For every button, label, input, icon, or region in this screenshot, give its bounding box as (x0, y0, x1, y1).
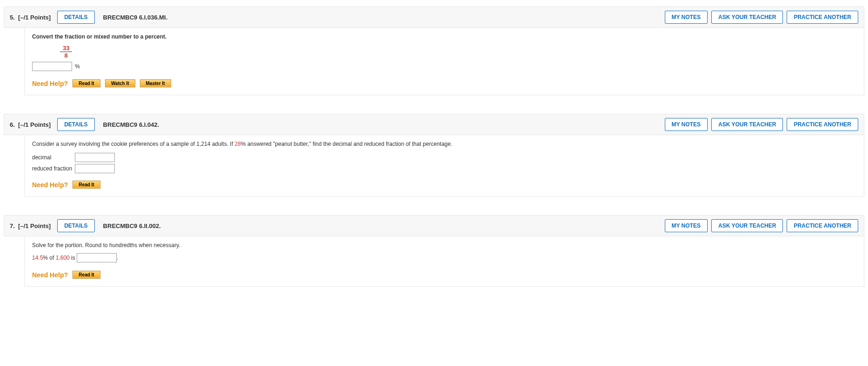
prompt-text: Convert the fraction or mixed number to … (32, 33, 856, 40)
reduced-fraction-label: reduced fraction (32, 163, 75, 174)
watch-it-button[interactable]: Watch It (105, 79, 135, 87)
reduced-fraction-input[interactable] (75, 164, 115, 173)
fraction-display: 33 8 (60, 45, 856, 59)
read-it-button[interactable]: Read It (73, 181, 100, 189)
header-left: 6. [–/1 Points] DETAILS BRECMBC9 6.I.042… (10, 118, 665, 131)
q-number: 5. (10, 14, 15, 21)
course-code: BRECMBC9 6.I.036.MI. (103, 14, 168, 21)
my-notes-button[interactable]: MY NOTES (665, 11, 708, 24)
decimal-label: decimal (32, 152, 75, 163)
fraction-denominator: 8 (60, 52, 72, 59)
need-help-row: Need Help? Read It (32, 271, 856, 279)
practice-another-button[interactable]: PRACTICE ANOTHER (787, 118, 858, 131)
question-body: Solve for the portion. Round to hundredt… (24, 236, 864, 287)
question-7: 7. [–/1 Points] DETAILS BRECMBC9 6.II.00… (4, 215, 864, 287)
question-5: 5. [–/1 Points] DETAILS BRECMBC9 6.I.036… (4, 7, 864, 95)
practice-another-button[interactable]: PRACTICE ANOTHER (787, 219, 858, 232)
read-it-button[interactable]: Read It (73, 271, 100, 279)
table-row: reduced fraction (32, 163, 118, 174)
details-button[interactable]: DETAILS (57, 118, 94, 131)
ask-your-teacher-button[interactable]: ASK YOUR TEACHER (711, 11, 783, 24)
decimal-input[interactable] (75, 153, 115, 162)
prompt-text: Solve for the portion. Round to hundredt… (32, 242, 856, 248)
header-right: MY NOTES ASK YOUR TEACHER PRACTICE ANOTH… (665, 118, 859, 131)
percent-unit: % (75, 63, 80, 70)
value-2: 1,600 (56, 255, 70, 261)
points-label: [–/1 Points] (18, 121, 51, 128)
fraction-numerator: 33 (60, 45, 72, 52)
question-header: 5. [–/1 Points] DETAILS BRECMBC9 6.I.036… (4, 7, 864, 28)
answer-line: % (32, 62, 856, 71)
question-body: Convert the fraction or mixed number to … (24, 28, 864, 95)
need-help-label: Need Help? (32, 271, 68, 279)
need-help-label: Need Help? (32, 80, 68, 87)
points-label: [–/1 Points] (18, 222, 51, 229)
question-body: Consider a survey involving the cookie p… (24, 135, 864, 196)
header-right: MY NOTES ASK YOUR TEACHER PRACTICE ANOTH… (665, 11, 859, 24)
course-code: BRECMBC9 6.II.002. (103, 222, 161, 229)
my-notes-button[interactable]: MY NOTES (665, 219, 708, 232)
portion-input[interactable] (77, 253, 117, 262)
question-header: 7. [–/1 Points] DETAILS BRECMBC9 6.II.00… (4, 215, 864, 236)
q-number: 7. (10, 222, 15, 229)
ask-your-teacher-button[interactable]: ASK YOUR TEACHER (711, 118, 783, 131)
highlight-percent: 28 (235, 141, 241, 147)
need-help-row: Need Help? Read It (32, 181, 856, 189)
master-it-button[interactable]: Master It (140, 79, 171, 87)
solve-line: 14.5% of 1,600 is . (32, 253, 856, 262)
ask-your-teacher-button[interactable]: ASK YOUR TEACHER (711, 219, 783, 232)
need-help-label: Need Help? (32, 181, 68, 189)
header-left: 5. [–/1 Points] DETAILS BRECMBC9 6.I.036… (10, 11, 665, 24)
need-help-row: Need Help? Read It Watch It Master It (32, 79, 856, 87)
percent-answer-input[interactable] (32, 62, 72, 71)
course-code: BRECMBC9 6.I.042. (103, 121, 159, 128)
my-notes-button[interactable]: MY NOTES (665, 118, 708, 131)
table-row: decimal (32, 152, 118, 163)
points-label: [–/1 Points] (18, 14, 51, 21)
answer-table: decimal reduced fraction (32, 152, 118, 174)
value-1: 14.5 (32, 255, 43, 261)
details-button[interactable]: DETAILS (57, 219, 94, 232)
header-left: 7. [–/1 Points] DETAILS BRECMBC9 6.II.00… (10, 219, 665, 232)
practice-another-button[interactable]: PRACTICE ANOTHER (787, 11, 858, 24)
question-header: 6. [–/1 Points] DETAILS BRECMBC9 6.I.042… (4, 114, 864, 135)
details-button[interactable]: DETAILS (57, 11, 94, 24)
q-number: 6. (10, 121, 15, 128)
read-it-button[interactable]: Read It (73, 79, 100, 87)
header-right: MY NOTES ASK YOUR TEACHER PRACTICE ANOTH… (665, 219, 859, 232)
question-6: 6. [–/1 Points] DETAILS BRECMBC9 6.I.042… (4, 114, 864, 196)
prompt-text: Consider a survey involving the cookie p… (32, 141, 856, 147)
fraction: 33 8 (60, 45, 72, 59)
